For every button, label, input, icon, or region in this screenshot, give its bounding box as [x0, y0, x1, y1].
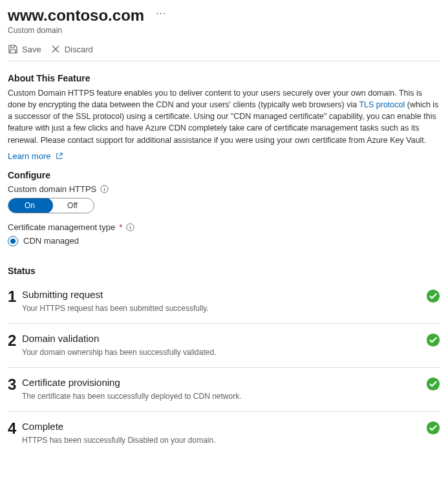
discard-button[interactable]: Discard	[50, 44, 93, 54]
step-desc: Your HTTPS request has been submitted su…	[22, 304, 420, 313]
about-heading: About This Feature	[8, 73, 440, 83]
check-circle-icon	[426, 289, 440, 303]
status-step: 4CompleteHTTPS has been successfully Dis…	[8, 412, 440, 455]
step-desc: The certificate has been successfully de…	[22, 392, 420, 401]
step-number: 3	[8, 377, 22, 392]
info-icon[interactable]	[100, 185, 109, 193]
cert-option-label: CDN managed	[23, 236, 79, 246]
page-subtitle: Custom domain	[8, 26, 440, 35]
step-number: 1	[8, 289, 22, 304]
required-marker: *	[119, 222, 122, 232]
save-button[interactable]: Save	[8, 44, 41, 54]
status-step: 2Domain validationYour domain ownership …	[8, 324, 440, 368]
more-icon[interactable]: ···	[156, 8, 166, 23]
info-icon[interactable]	[126, 223, 134, 231]
cert-option-cdn-managed[interactable]: CDN managed	[8, 236, 440, 246]
discard-label: Discard	[65, 45, 93, 54]
step-desc: HTTPS has been successfully Disabled on …	[22, 436, 420, 445]
status-heading: Status	[8, 266, 440, 276]
toggle-option-on[interactable]: On	[8, 198, 51, 213]
step-number: 4	[8, 421, 22, 436]
divider	[8, 61, 440, 61]
radio-icon	[8, 236, 18, 246]
status-step: 1Submitting requestYour HTTPS request ha…	[8, 280, 440, 324]
toggle-option-off[interactable]: Off	[51, 198, 94, 213]
close-icon	[50, 44, 61, 54]
tls-protocol-link[interactable]: TLS protocol	[359, 100, 405, 109]
step-number: 2	[8, 333, 22, 348]
step-title: Domain validation	[22, 333, 420, 344]
learn-more-link[interactable]: Learn more	[8, 151, 63, 161]
step-title: Complete	[22, 421, 420, 432]
check-circle-icon	[426, 333, 440, 347]
step-desc: Your domain ownership has been successfu…	[22, 348, 420, 357]
page-title: www.contoso.com	[8, 6, 144, 25]
configure-heading: Configure	[8, 170, 440, 180]
step-title: Certificate provisioning	[22, 377, 420, 388]
save-icon	[8, 44, 18, 54]
https-toggle[interactable]: On Off	[8, 198, 94, 213]
check-circle-icon	[426, 377, 440, 391]
status-step: 3Certificate provisioningThe certificate…	[8, 368, 440, 412]
about-text: Custom Domain HTTPS feature enables you …	[8, 87, 440, 146]
step-title: Submitting request	[22, 289, 420, 300]
custom-https-label: Custom domain HTTPS	[8, 184, 96, 194]
check-circle-icon	[426, 421, 440, 435]
external-link-icon	[56, 153, 63, 160]
save-label: Save	[22, 45, 41, 54]
cert-type-label: Certificate management type	[8, 222, 115, 232]
command-bar: Save Discard	[8, 44, 440, 61]
